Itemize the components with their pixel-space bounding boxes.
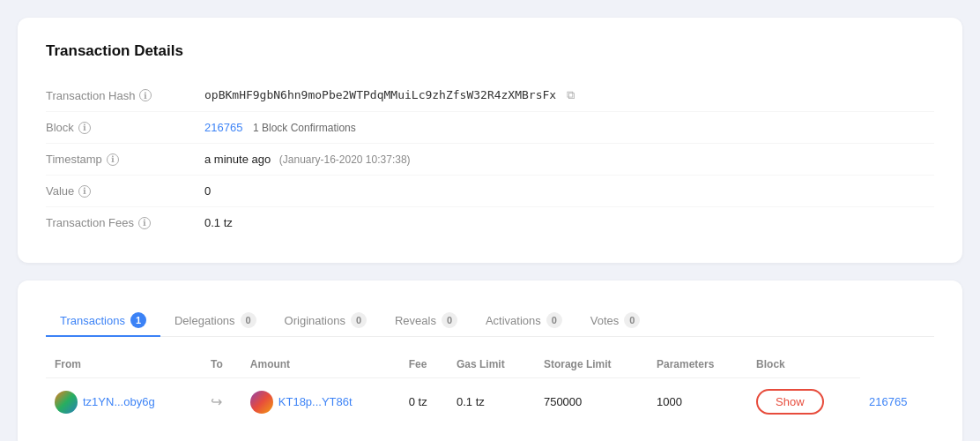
- transaction-details-card: Transaction Details Transaction Hash ℹ o…: [18, 18, 962, 263]
- fees-row: Transaction Fees ℹ 0.1 tz: [46, 207, 934, 238]
- tab-votes[interactable]: Votes0: [576, 305, 655, 337]
- table-row: tz1YN...oby6g ↪ KT18p...YT86t 0 tz0.1 tz…: [46, 378, 934, 426]
- block-row: Block ℹ 216765 1 Block Confirmations: [46, 112, 934, 144]
- timestamp-relative: a minute ago: [204, 153, 271, 166]
- transaction-hash-label: Transaction Hash ℹ: [46, 89, 204, 102]
- value-row: Value ℹ 0: [46, 176, 934, 207]
- block-label: Block ℹ: [46, 121, 204, 134]
- tab-originations[interactable]: Originations0: [271, 305, 381, 337]
- tab-badge-delegations: 0: [241, 312, 256, 328]
- tab-label-delegations: Delegations: [174, 314, 235, 327]
- card-title: Transaction Details: [46, 42, 934, 60]
- fees-amount: 0.1 tz: [204, 216, 233, 229]
- to-avatar: [250, 391, 273, 414]
- tabs-bar: Transactions1Delegations0Originations0Re…: [46, 305, 934, 337]
- col-header-storage-limit: Storage Limit: [535, 351, 648, 378]
- timestamp-value: a minute ago (January-16-2020 10:37:38): [204, 153, 411, 166]
- col-header-fee: Fee: [400, 351, 448, 378]
- tab-label-transactions: Transactions: [60, 314, 125, 327]
- table-container: FromToAmountFeeGas LimitStorage LimitPar…: [46, 351, 934, 425]
- tab-label-votes: Votes: [590, 314, 620, 327]
- transactions-table-card: Transactions1Delegations0Originations0Re…: [18, 280, 962, 441]
- col-header-gas-limit: Gas Limit: [448, 351, 535, 378]
- timestamp-label: Timestamp ℹ: [46, 153, 204, 166]
- show-parameters-button[interactable]: Show: [756, 389, 824, 415]
- col-header-from: From: [46, 351, 202, 378]
- block-confirmations: 1 Block Confirmations: [253, 122, 356, 134]
- tab-badge-reveals: 0: [442, 312, 457, 328]
- transaction-hash-row: Transaction Hash ℹ opBKmHF9gbN6hn9moPbe2…: [46, 79, 934, 112]
- tab-badge-originations: 0: [351, 312, 367, 328]
- tab-badge-transactions: 1: [130, 312, 146, 328]
- tab-delegations[interactable]: Delegations0: [160, 305, 271, 337]
- value-amount: 0: [204, 184, 211, 198]
- to-address-link[interactable]: KT18p...YT86t: [278, 395, 353, 408]
- tab-transactions[interactable]: Transactions1: [46, 305, 160, 337]
- fee-cell: 0.1 tz: [448, 378, 535, 426]
- storage-limit-cell: 1000: [648, 378, 747, 426]
- tab-activations[interactable]: Activations0: [471, 305, 576, 337]
- fees-label: Transaction Fees ℹ: [46, 216, 204, 229]
- table-body: tz1YN...oby6g ↪ KT18p...YT86t 0 tz0.1 tz…: [46, 378, 934, 426]
- transaction-hash-info-icon[interactable]: ℹ: [139, 89, 152, 101]
- timestamp-row: Timestamp ℹ a minute ago (January-16-202…: [46, 144, 934, 176]
- value-label: Value ℹ: [46, 184, 204, 198]
- table-header: FromToAmountFeeGas LimitStorage LimitPar…: [46, 351, 934, 378]
- tab-label-reveals: Reveals: [395, 314, 436, 327]
- copy-hash-icon[interactable]: ⧉: [567, 88, 575, 102]
- fees-info-icon[interactable]: ℹ: [138, 217, 151, 229]
- col-header-parameters: Parameters: [648, 351, 747, 378]
- tab-badge-votes: 0: [624, 312, 640, 328]
- col-header-amount: Amount: [241, 351, 400, 378]
- tab-label-activations: Activations: [486, 314, 541, 327]
- timestamp-info-icon[interactable]: ℹ: [107, 153, 119, 166]
- from-address-link[interactable]: tz1YN...oby6g: [83, 395, 155, 408]
- row-block-link[interactable]: 216765: [869, 395, 907, 408]
- arrow-right-icon: ↪: [211, 394, 222, 409]
- timestamp-absolute: (January-16-2020 10:37:38): [279, 153, 411, 166]
- tab-label-originations: Originations: [285, 314, 345, 327]
- col-header-block: Block: [747, 351, 860, 378]
- from-avatar: [55, 391, 78, 414]
- transactions-table: FromToAmountFeeGas LimitStorage LimitPar…: [46, 351, 934, 425]
- value-info-icon[interactable]: ℹ: [78, 185, 91, 198]
- tab-reveals[interactable]: Reveals0: [381, 305, 471, 337]
- tab-badge-activations: 0: [546, 312, 562, 328]
- block-number-link[interactable]: 216765: [204, 121, 242, 134]
- amount-cell: 0 tz: [400, 378, 448, 426]
- col-header-to: To: [202, 351, 241, 378]
- transaction-hash-value: opBKmHF9gbN6hn9moPbe2WTPdqMMuiLc9zhZfsW3…: [204, 88, 575, 102]
- block-info-icon[interactable]: ℹ: [78, 122, 91, 134]
- gas-limit-cell: 750000: [535, 378, 648, 426]
- block-value: 216765 1 Block Confirmations: [204, 121, 356, 134]
